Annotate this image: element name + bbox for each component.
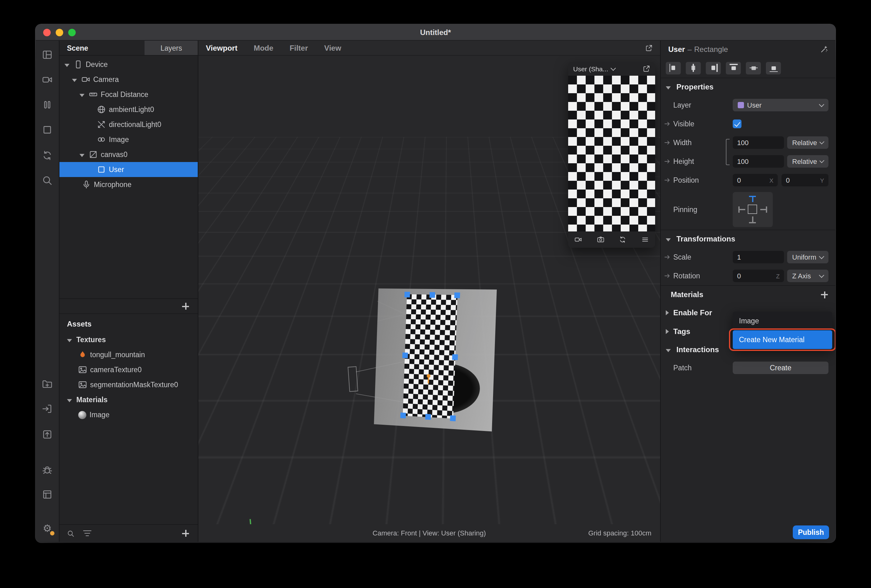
disclosure-triangle[interactable] xyxy=(64,63,69,67)
layout-icon[interactable] xyxy=(40,47,55,62)
scale-input[interactable]: 1 xyxy=(733,251,784,263)
disclosure-triangle[interactable] xyxy=(79,154,84,157)
debug-icon[interactable] xyxy=(40,462,55,477)
asset-item-cameratexture0[interactable]: cameraTexture0 xyxy=(60,362,198,377)
tree-item-focal-distance[interactable]: Focal Distance xyxy=(60,87,198,102)
tree-item-user[interactable]: User xyxy=(60,162,198,177)
settings-icon[interactable]: ⚙ xyxy=(40,521,55,536)
tree-item-device[interactable]: Device xyxy=(60,57,198,72)
assets-group-materials[interactable]: Materials xyxy=(60,392,198,407)
transform-gizmo[interactable] xyxy=(428,376,429,383)
disclosure-triangle[interactable] xyxy=(67,339,72,342)
align-top-button[interactable] xyxy=(726,61,741,74)
menu-filter[interactable]: Filter xyxy=(290,43,308,52)
video-camera-icon[interactable] xyxy=(575,236,582,243)
handle-bottom-left[interactable] xyxy=(400,413,406,419)
rectangle-icon[interactable] xyxy=(40,122,55,137)
handle-top-right[interactable] xyxy=(454,292,460,298)
handle-middle-left[interactable] xyxy=(403,352,408,358)
rotation-input[interactable]: 0Z xyxy=(733,269,784,282)
popout-preview-icon[interactable] xyxy=(643,65,650,73)
patch-arrow-icon[interactable] xyxy=(664,177,671,184)
handle-top-left[interactable] xyxy=(404,292,410,298)
disclosure-triangle[interactable] xyxy=(79,94,84,97)
filter-icon[interactable] xyxy=(83,530,91,536)
patch-arrow-icon[interactable] xyxy=(664,272,671,280)
zoom-window-button[interactable] xyxy=(68,29,76,36)
create-patch-button[interactable]: Create xyxy=(733,362,828,374)
publish-button[interactable]: Publish xyxy=(793,525,829,539)
width-input[interactable]: 100 xyxy=(733,136,784,149)
tab-layers[interactable]: Layers xyxy=(145,40,198,55)
align-center-horizontal-button[interactable] xyxy=(686,61,701,74)
add-material-button[interactable] xyxy=(821,291,828,298)
width-unit-dropdown[interactable]: Relative xyxy=(787,136,828,149)
minimize-window-button[interactable] xyxy=(56,29,63,36)
add-asset-button[interactable] xyxy=(182,530,189,537)
layer-dropdown[interactable]: User xyxy=(733,99,828,111)
export-icon[interactable] xyxy=(40,426,55,441)
search-icon[interactable] xyxy=(40,173,55,188)
console-icon[interactable] xyxy=(40,487,55,502)
scale-mode-dropdown[interactable]: Uniform xyxy=(787,251,828,263)
magic-wand-icon[interactable] xyxy=(820,46,828,53)
disclosure-triangle[interactable] xyxy=(666,310,669,315)
handle-top-center[interactable] xyxy=(429,292,435,298)
video-camera-icon[interactable] xyxy=(40,72,55,87)
patch-arrow-icon[interactable] xyxy=(664,158,671,165)
visible-checkbox[interactable] xyxy=(733,120,741,128)
assets-group-textures[interactable]: Textures xyxy=(60,332,198,347)
patch-arrow-icon[interactable] xyxy=(664,139,671,147)
asset-item-tongull-mountain[interactable]: tongull_mountain xyxy=(60,347,198,362)
patch-arrow-icon[interactable] xyxy=(664,253,671,261)
asset-item-segmentationmasktexture0[interactable]: segmentationMaskTexture0 xyxy=(60,377,198,392)
asset-item-image-material[interactable]: Image xyxy=(60,407,198,422)
handle-bottom-right[interactable] xyxy=(450,415,456,421)
tree-item-ambientlight0[interactable]: ambientLight0 xyxy=(60,102,198,117)
tree-item-image[interactable]: Image xyxy=(60,132,198,147)
menu-item-create-new-material[interactable]: Create New Material xyxy=(733,330,832,349)
simulator-icon[interactable] xyxy=(40,97,55,112)
popout-viewport-icon[interactable] xyxy=(645,44,653,52)
handle-bottom-center[interactable] xyxy=(425,414,431,420)
link-dimensions-toggle[interactable] xyxy=(726,139,730,165)
pip-preview-surface[interactable] xyxy=(568,76,655,232)
add-asset-icon[interactable] xyxy=(40,376,55,391)
search-assets-icon[interactable] xyxy=(67,530,75,537)
disclosure-triangle[interactable] xyxy=(666,329,669,334)
tree-item-canvas0[interactable]: canvas0 xyxy=(60,147,198,162)
align-bottom-button[interactable] xyxy=(766,61,781,74)
position-x-input[interactable]: 0X xyxy=(733,174,778,186)
user-rectangle-object[interactable] xyxy=(403,294,457,419)
viewport-canvas[interactable]: User (Sha... xyxy=(198,56,660,524)
tree-item-directionallight0[interactable]: directionalLight0 xyxy=(60,117,198,132)
sync-icon[interactable] xyxy=(40,148,55,163)
align-right-button[interactable] xyxy=(706,61,721,74)
tab-viewport[interactable]: Viewport xyxy=(206,43,238,52)
tree-item-microphone[interactable]: Microphone xyxy=(60,177,198,192)
patch-arrow-icon[interactable] xyxy=(664,120,671,128)
height-input[interactable]: 100 xyxy=(733,155,784,168)
align-left-button[interactable] xyxy=(666,61,681,74)
menu-mode[interactable]: Mode xyxy=(254,43,274,52)
add-object-button[interactable] xyxy=(182,303,189,310)
tab-scene[interactable]: Scene xyxy=(60,40,145,55)
chevron-down-icon[interactable] xyxy=(611,65,616,71)
align-center-vertical-button[interactable] xyxy=(746,61,761,74)
disclosure-triangle[interactable] xyxy=(67,399,72,402)
section-properties[interactable]: Properties xyxy=(661,78,835,96)
rotation-axis-dropdown[interactable]: Z Axis xyxy=(787,269,828,282)
close-window-button[interactable] xyxy=(43,29,51,36)
disclosure-triangle[interactable] xyxy=(72,78,77,82)
rotate-device-icon[interactable] xyxy=(619,236,627,243)
height-unit-dropdown[interactable]: Relative xyxy=(787,155,828,168)
tree-item-camera[interactable]: Camera xyxy=(60,72,198,87)
position-y-input[interactable]: 0Y xyxy=(781,174,828,186)
pinning-widget[interactable] xyxy=(733,192,773,227)
import-icon[interactable] xyxy=(40,401,55,416)
menu-item-image[interactable]: Image xyxy=(733,311,832,330)
menu-view[interactable]: View xyxy=(324,43,341,52)
capture-photo-icon[interactable] xyxy=(597,236,604,243)
menu-icon[interactable] xyxy=(641,236,649,243)
section-transformations[interactable]: Transformations xyxy=(661,230,835,248)
